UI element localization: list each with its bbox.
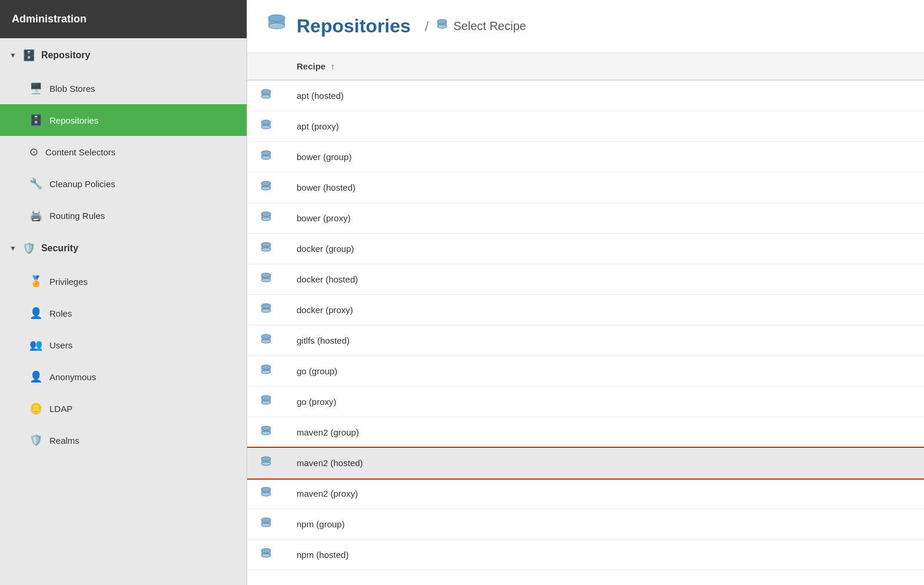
breadcrumb-text: Select Recipe [454, 19, 526, 33]
sidebar-item-cleanup-policies[interactable]: 🔧 Cleanup Policies [0, 168, 247, 200]
recipe-table: Recipe ↑ apt (hosted) apt (proxy) bower … [247, 53, 924, 570]
sidebar-item-ldap[interactable]: 🪙 LDAP [0, 393, 247, 424]
row-recipe-label: bower (hosted) [285, 172, 924, 203]
ldap-icon: 🪙 [29, 402, 42, 415]
svg-point-8 [261, 95, 271, 98]
row-recipe-label: bower (proxy) [285, 203, 924, 234]
row-recipe-label: go (proxy) [285, 387, 924, 417]
row-db-icon [247, 356, 285, 387]
sidebar-item-users[interactable]: 👥 Users [0, 329, 247, 361]
svg-point-35 [261, 370, 271, 374]
table-row[interactable]: docker (proxy) [247, 295, 924, 325]
svg-point-44 [261, 462, 271, 466]
table-row[interactable]: go (group) [247, 356, 924, 387]
ldap-label: LDAP [49, 404, 72, 414]
svg-point-29 [261, 309, 271, 313]
table-row[interactable]: docker (group) [247, 234, 924, 264]
repository-chevron: ▼ [9, 51, 16, 59]
row-db-icon [247, 295, 285, 325]
security-chevron: ▼ [9, 244, 16, 252]
recipe-table-container: Recipe ↑ apt (hosted) apt (proxy) bower … [247, 53, 924, 585]
sidebar-item-realms[interactable]: 🛡️ Realms [0, 424, 247, 456]
row-db-icon [247, 540, 285, 570]
row-db-icon [247, 478, 285, 509]
row-recipe-label: apt (hosted) [285, 80, 924, 111]
privileges-icon: 🏅 [29, 275, 42, 288]
row-recipe-label: gitlfs (hosted) [285, 325, 924, 356]
table-row[interactable]: apt (proxy) [247, 111, 924, 142]
blob-stores-label: Blob Stores [49, 84, 95, 94]
table-row[interactable]: npm (group) [247, 509, 924, 540]
svg-point-47 [261, 493, 271, 496]
cleanup-policies-icon: 🔧 [29, 177, 42, 190]
cleanup-policies-label: Cleanup Policies [49, 179, 115, 189]
repositories-icon: 🗄️ [29, 114, 42, 127]
row-recipe-label: maven2 (group) [285, 417, 924, 448]
table-row[interactable]: bower (proxy) [247, 203, 924, 234]
sidebar-item-anonymous[interactable]: 👤 Anonymous [0, 361, 247, 393]
main-content: Repositories / Select Recipe Recipe ↑ [247, 0, 924, 585]
svg-point-53 [261, 554, 271, 557]
row-db-icon [247, 509, 285, 540]
svg-point-17 [261, 187, 271, 190]
table-row[interactable]: npm (hosted) [247, 540, 924, 570]
users-label: Users [49, 340, 72, 350]
page-header: Repositories / Select Recipe [247, 0, 924, 53]
content-selectors-label: Content Selectors [45, 147, 115, 157]
repository-label: Repository [41, 50, 91, 61]
repository-icon: 🗄️ [22, 49, 35, 62]
security-section[interactable]: ▼ 🛡️ Security [0, 231, 247, 265]
table-row[interactable]: bower (group) [247, 142, 924, 172]
row-recipe-label: npm (group) [285, 509, 924, 540]
svg-point-11 [261, 125, 271, 129]
sidebar-item-routing-rules[interactable]: 🖨️ Routing Rules [0, 200, 247, 231]
breadcrumb-separator: / [425, 18, 429, 35]
realms-label: Realms [49, 436, 79, 446]
sidebar-item-roles[interactable]: 👤 Roles [0, 297, 247, 329]
sort-asc-icon: ↑ [330, 61, 335, 71]
repository-section[interactable]: ▼ 🗄️ Repository [0, 38, 247, 72]
row-recipe-label: maven2 (hosted) [285, 448, 924, 478]
column-recipe[interactable]: Recipe ↑ [285, 53, 924, 80]
row-recipe-label: go (group) [285, 356, 924, 387]
administration-header: Administration [0, 0, 247, 38]
security-label: Security [41, 243, 78, 254]
row-db-icon [247, 142, 285, 172]
table-row[interactable]: maven2 (proxy) [247, 478, 924, 509]
svg-point-38 [261, 401, 271, 404]
row-db-icon [247, 203, 285, 234]
row-db-icon [247, 448, 285, 478]
row-recipe-label: npm (hosted) [285, 540, 924, 570]
sidebar: Administration ▼ 🗄️ Repository 🖥️ Blob S… [0, 0, 247, 585]
table-row[interactable]: docker (hosted) [247, 264, 924, 295]
breadcrumb-db-icon [435, 18, 449, 35]
sidebar-item-content-selectors[interactable]: ⊙ Content Selectors [0, 136, 247, 168]
row-recipe-label: docker (proxy) [285, 295, 924, 325]
table-row[interactable]: go (proxy) [247, 387, 924, 417]
table-row[interactable]: apt (hosted) [247, 80, 924, 111]
table-row[interactable]: gitlfs (hosted) [247, 325, 924, 356]
blob-stores-icon: 🖥️ [29, 82, 42, 95]
row-db-icon [247, 417, 285, 448]
row-db-icon [247, 387, 285, 417]
roles-icon: 👤 [29, 307, 42, 320]
table-row[interactable]: maven2 (hosted) [247, 448, 924, 478]
sidebar-item-blob-stores[interactable]: 🖥️ Blob Stores [0, 72, 247, 104]
row-recipe-label: maven2 (proxy) [285, 478, 924, 509]
sidebar-item-privileges[interactable]: 🏅 Privileges [0, 265, 247, 297]
svg-point-26 [261, 278, 271, 282]
table-row[interactable]: maven2 (group) [247, 417, 924, 448]
sidebar-item-repositories[interactable]: 🗄️ Repositories [0, 104, 247, 136]
row-db-icon [247, 234, 285, 264]
realms-icon: 🛡️ [29, 434, 42, 447]
svg-point-2 [268, 23, 285, 29]
recipe-column-label: Recipe [297, 61, 325, 71]
row-db-icon [247, 80, 285, 111]
svg-point-41 [261, 431, 271, 435]
anonymous-icon: 👤 [29, 370, 42, 383]
svg-point-5 [437, 25, 447, 28]
svg-point-23 [261, 248, 271, 251]
table-row[interactable]: bower (hosted) [247, 172, 924, 203]
roles-label: Roles [49, 308, 72, 318]
content-selectors-icon: ⊙ [29, 145, 38, 158]
